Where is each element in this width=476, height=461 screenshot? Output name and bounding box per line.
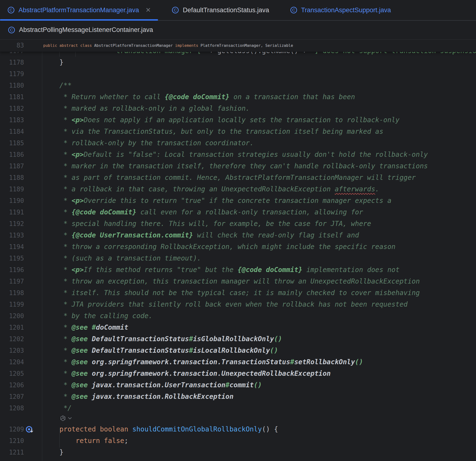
code-text: } <box>24 447 63 458</box>
code-line[interactable]: 1196 * <p>If this method returns "true" … <box>0 264 476 276</box>
code-segment: () <box>270 346 278 354</box>
code-segment: Override this to return "true" if the co… <box>84 197 391 205</box>
line-number: 1184 <box>0 126 24 137</box>
code-text: * <p>If this method returns "true" but t… <box>24 264 400 276</box>
code-line[interactable]: 1190 * <p>Override this to return "true"… <box>0 195 476 207</box>
tab-transaction-aspect-support[interactable]: C TransactionAspectSupport.java <box>283 0 398 20</box>
code-line[interactable]: 1181 * Return whether to call {@code doC… <box>0 91 476 103</box>
sticky-class-declaration[interactable]: 83 public abstract class AbstractPlatfor… <box>0 39 476 52</box>
code-line[interactable]: 1180 /** <box>0 80 476 91</box>
code-line[interactable]: 1189 * a rollback in that case, throwing… <box>0 184 476 195</box>
line-number: 1193 <box>0 230 24 241</box>
code-segment: "transaction manager [" <box>112 52 205 55</box>
svg-text:C: C <box>10 8 12 12</box>
svg-text:C: C <box>174 8 177 12</box>
editor[interactable]: 1177 "transaction manager [" + getClass(… <box>0 52 476 461</box>
code-line[interactable]: 1187 * marker in the transaction itself,… <box>0 160 476 172</box>
code-line[interactable]: 1210 return false; <box>0 435 476 447</box>
code-line[interactable]: 1208 */ <box>0 402 476 414</box>
code-segment: () <box>254 381 262 389</box>
code-line[interactable]: 1207 * @see javax.transaction.RollbackEx… <box>0 391 476 402</box>
tab-abstract-platform-transaction-manager[interactable]: C AbstractPlatformTransactionManager.jav… <box>0 0 158 20</box>
code-segment: # <box>290 358 294 366</box>
code-line[interactable]: 1182 * marked as rollback-only in a glob… <box>0 103 476 114</box>
code-segment: protected boolean <box>59 425 132 433</box>
tab-label: AbstractPlatformTransactionManager.java <box>18 7 139 14</box>
code-line[interactable]: 1198 * itself. This should not be the ty… <box>0 287 476 299</box>
code-segment: * <box>43 231 72 239</box>
class-icon: C <box>8 26 15 34</box>
code-segment: will check the read-only flag itself and <box>193 231 359 239</box>
code-line[interactable]: 1201 * @see #doCommit <box>0 322 476 333</box>
code-segment: return false <box>76 437 124 445</box>
code-segment: DefaultTransactionStatus <box>92 335 189 343</box>
code-segment: @see <box>72 393 92 401</box>
code-line[interactable]: 1177 "transaction manager [" + getClass(… <box>0 52 476 57</box>
inlay-widget-icon[interactable] <box>60 415 72 422</box>
code-text: * throw a corresponding RollbackExceptio… <box>24 241 396 252</box>
code-line[interactable]: 1193 * {@code UserTransaction.commit} wi… <box>0 230 476 241</box>
code-segment: If this method returns "true" but the <box>84 266 238 274</box>
code-segment: {@code doCommit} <box>165 93 230 101</box>
code-line[interactable]: 1205 * @see org.springframework.transact… <box>0 368 476 379</box>
code-line[interactable]: 1199 * JTA providers that silently roll … <box>0 299 476 310</box>
code-segment: @see <box>72 369 92 377</box>
code-line[interactable]: 1209 protected boolean shouldCommitOnGlo… <box>0 424 476 435</box>
code-text: return false; <box>24 435 128 447</box>
code-line[interactable]: 1178 } <box>0 57 476 68</box>
code-line[interactable]: 1195 * (such as a transaction timeout). <box>0 252 476 264</box>
code-line[interactable]: 1206 * @see javax.transaction.UserTransa… <box>0 379 476 391</box>
code-text: * marker in the transaction itself, ther… <box>24 160 428 172</box>
code-segment: () <box>274 335 282 343</box>
code-segment: } <box>43 448 63 456</box>
code-text: * JTA providers that silently roll back … <box>24 299 408 310</box>
code-segment: * <box>43 335 72 343</box>
code-text: * itself. This should not be the typical… <box>24 287 420 299</box>
code-segment: * a rollback in that case, throwing an U… <box>43 185 335 193</box>
line-number: 1182 <box>0 103 24 114</box>
code-segment: # <box>226 381 230 389</box>
line-number: 1205 <box>0 368 24 379</box>
line-number: 1190 <box>0 195 24 207</box>
code-line[interactable]: 1211 } <box>0 447 476 458</box>
code-text: * via the TransactionStatus, but only to… <box>24 126 383 137</box>
line-number: 1185 <box>0 137 24 149</box>
code-text: */ <box>24 402 72 414</box>
line-number: 1204 <box>0 356 24 368</box>
code-segment <box>43 52 112 55</box>
code-segment: implements <box>175 43 201 48</box>
code-line[interactable]: 1204 * @see org.springframework.transact… <box>0 356 476 368</box>
code-segment: doCommit <box>96 323 128 331</box>
code-line[interactable]: 1186 * <p>Default is "false": Local tran… <box>0 149 476 160</box>
code-line[interactable]: 1200 * by the calling code. <box>0 310 476 322</box>
line-number: 1178 <box>0 57 24 68</box>
code-line[interactable]: 1194 * throw a corresponding RollbackExc… <box>0 241 476 252</box>
tab-default-transaction-status[interactable]: C DefaultTransactionStatus.java <box>164 0 276 20</box>
code-segment: * by the calling code. <box>43 312 153 320</box>
line-number: 1181 <box>0 91 24 103</box>
code-line[interactable]: 1197 * throw an exception, this transact… <box>0 276 476 287</box>
code-line[interactable]: 1202 * @see DefaultTransactionStatus#isG… <box>0 333 476 345</box>
code-line[interactable]: 1188 * as part of transaction commit. He… <box>0 172 476 184</box>
svg-text:C: C <box>292 8 295 12</box>
line-number: 1177 <box>0 52 24 57</box>
code-segment <box>43 425 59 433</box>
code-segment: * <box>43 369 72 377</box>
code-text: * @see #doCommit <box>24 322 128 333</box>
code-text: "transaction manager [" + getClass().get… <box>24 52 476 57</box>
code-line[interactable]: 1203 * @see DefaultTransactionStatus#isL… <box>0 345 476 356</box>
code-line[interactable]: 1183 * <p>Does not apply if an applicati… <box>0 114 476 126</box>
code-line[interactable]: 1184 * via the TransactionStatus, but on… <box>0 126 476 137</box>
code-line[interactable]: 1191 * {@code doCommit} call even for a … <box>0 207 476 218</box>
code-line[interactable]: 1179 <box>0 68 476 80</box>
code-segment: . <box>375 185 379 193</box>
tab-abstract-polling-message-listener-container[interactable]: C AbstractPollingMessageListenerContaine… <box>0 21 160 39</box>
overriding-method-icon[interactable] <box>25 425 35 434</box>
code-text: * @see DefaultTransactionStatus#isLocalR… <box>24 345 278 356</box>
code-line[interactable]: 1185 * rollback-only by the transaction … <box>0 137 476 149</box>
code-segment: @see <box>72 346 92 354</box>
code-segment: * <box>43 197 72 205</box>
close-icon[interactable]: ✕ <box>145 6 151 14</box>
code-line[interactable]: 1192 * special handling there. This will… <box>0 218 476 230</box>
code-segment: commit <box>229 381 254 389</box>
